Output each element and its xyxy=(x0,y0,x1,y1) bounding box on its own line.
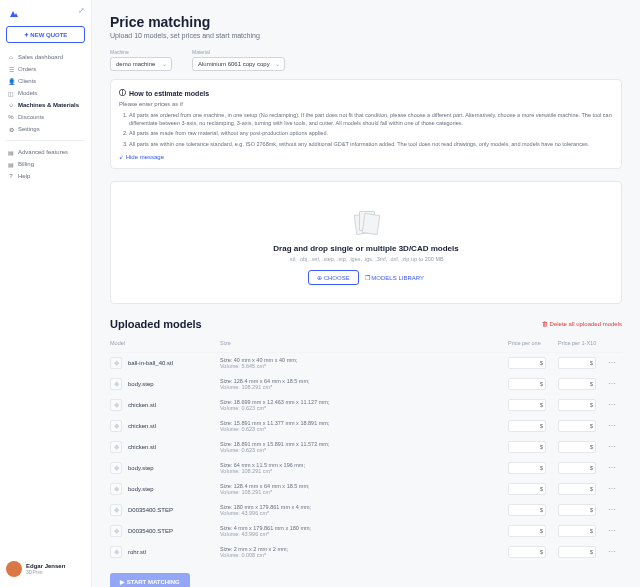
delete-all-link[interactable]: 🗑 Delete all uploaded models xyxy=(542,321,622,327)
price-ten-input[interactable] xyxy=(558,357,596,369)
rule-item: All parts are made from raw material, wi… xyxy=(129,130,613,138)
user-chip[interactable]: Edgar Jensen 3DPrint xyxy=(6,557,85,581)
row-menu-icon[interactable]: ⋯ xyxy=(608,526,616,535)
new-quote-button[interactable]: ✦ NEW QUOTE xyxy=(6,26,85,43)
price-ten-input[interactable] xyxy=(558,483,596,495)
material-select[interactable]: Aluminium 6061 copy copy xyxy=(192,57,285,71)
model-thumbnail: ◆ xyxy=(110,462,122,474)
model-thumbnail: ◆ xyxy=(110,525,122,537)
rule-item: All parts are within one tolerance stand… xyxy=(129,141,613,149)
uploaded-rows: ◆ ball-in-ball_40.stl Size: 40 mm x 40 m… xyxy=(110,353,622,563)
pages-icon xyxy=(355,210,377,236)
model-volume: Volume: 43.996 cm³ xyxy=(220,531,508,537)
choose-button[interactable]: ⊕ CHOOSE xyxy=(308,270,359,285)
sidebar-item[interactable]: ○Machines & Materials xyxy=(6,99,85,111)
row-menu-icon[interactable]: ⋯ xyxy=(608,442,616,451)
model-volume: Volume: 0.623 cm³ xyxy=(220,405,508,411)
table-row: ◆ chicken.stl Size: 18.699 mm x 12.463 m… xyxy=(110,395,622,416)
sidebar-item[interactable]: ▤Billing xyxy=(6,158,85,170)
price-one-input[interactable] xyxy=(508,378,546,390)
row-menu-icon[interactable]: ⋯ xyxy=(608,505,616,514)
nav-label: Sales dashboard xyxy=(18,54,63,60)
model-volume: Volume: 108.291 cm³ xyxy=(220,468,508,474)
hide-message-link[interactable]: ↙ Hide message xyxy=(119,153,613,160)
price-ten-input[interactable] xyxy=(558,525,596,537)
model-name: body.step xyxy=(128,486,154,492)
sidebar-item[interactable]: 👤Clients xyxy=(6,75,85,87)
model-volume: Volume: 0.008 cm³ xyxy=(220,552,508,558)
nav-icon: ▤ xyxy=(8,161,14,167)
price-one-input[interactable] xyxy=(508,462,546,474)
sidebar-item[interactable]: ⌂Sales dashboard xyxy=(6,51,85,63)
sidebar-item[interactable]: ◫Models xyxy=(6,87,85,99)
model-name: rohr.stl xyxy=(128,549,146,555)
price-ten-input[interactable] xyxy=(558,399,596,411)
col-size: Size xyxy=(220,340,508,346)
price-one-input[interactable] xyxy=(508,441,546,453)
price-ten-input[interactable] xyxy=(558,462,596,474)
row-menu-icon[interactable]: ⋯ xyxy=(608,547,616,556)
sidebar-item[interactable]: ▤Advanced features xyxy=(6,146,85,158)
model-thumbnail: ◆ xyxy=(110,378,122,390)
model-volume: Volume: 5.645 cm³ xyxy=(220,363,508,369)
sidebar: ✦ NEW QUOTE ⌂Sales dashboard☰Orders👤Clie… xyxy=(0,0,92,587)
price-one-input[interactable] xyxy=(508,525,546,537)
price-ten-input[interactable] xyxy=(558,546,596,558)
nav-label: Settings xyxy=(18,126,40,132)
nav-label: Orders xyxy=(18,66,36,72)
row-menu-icon[interactable]: ⋯ xyxy=(608,421,616,430)
sidebar-item[interactable]: ⚙Settings xyxy=(6,123,85,135)
price-one-input[interactable] xyxy=(508,399,546,411)
price-ten-input[interactable] xyxy=(558,504,596,516)
model-thumbnail: ◆ xyxy=(110,399,122,411)
nav-icon: ☰ xyxy=(8,66,14,72)
sidebar-item[interactable]: ☰Orders xyxy=(6,63,85,75)
table-row: ◆ body.step Size: 128.4 mm x 64 mm x 18.… xyxy=(110,479,622,500)
model-thumbnail: ◆ xyxy=(110,546,122,558)
nav-icon: ⚙ xyxy=(8,126,14,132)
model-volume: Volume: 108.291 cm³ xyxy=(220,489,508,495)
model-volume: Volume: 0.623 cm³ xyxy=(220,426,508,432)
price-ten-input[interactable] xyxy=(558,441,596,453)
nav-label: Help xyxy=(18,173,30,179)
nav-label: Advanced features xyxy=(18,149,68,155)
price-one-input[interactable] xyxy=(508,357,546,369)
price-one-input[interactable] xyxy=(508,504,546,516)
sidebar-toggle-icon[interactable]: ⤢ xyxy=(78,6,85,15)
row-menu-icon[interactable]: ⋯ xyxy=(608,463,616,472)
price-one-input[interactable] xyxy=(508,420,546,432)
price-ten-input[interactable] xyxy=(558,420,596,432)
models-library-button[interactable]: ❐ MODELS LIBRARY xyxy=(365,270,424,285)
row-menu-icon[interactable]: ⋯ xyxy=(608,400,616,409)
dropzone[interactable]: Drag and drop single or multiple 3D/CAD … xyxy=(110,181,622,304)
info-icon: ⓘ xyxy=(119,88,126,98)
row-menu-icon[interactable]: ⋯ xyxy=(608,484,616,493)
logo xyxy=(8,8,20,20)
row-menu-icon[interactable]: ⋯ xyxy=(608,379,616,388)
nav-label: Discounts xyxy=(18,114,44,120)
nav-primary: ⌂Sales dashboard☰Orders👤Clients◫Models○M… xyxy=(6,51,85,557)
price-one-input[interactable] xyxy=(508,546,546,558)
nav-icon: 👤 xyxy=(8,78,14,84)
uploaded-header: Uploaded models 🗑 Delete all uploaded mo… xyxy=(110,318,622,330)
col-price-one: Price per one xyxy=(508,340,558,346)
table-row: ◆ ball-in-ball_40.stl Size: 40 mm x 40 m… xyxy=(110,353,622,374)
row-menu-icon[interactable]: ⋯ xyxy=(608,358,616,367)
sidebar-item[interactable]: %Discounts xyxy=(6,111,85,123)
nav-icon: ? xyxy=(8,173,14,179)
table-header: Model Size Price per one Price per 1-X10 xyxy=(110,338,622,353)
model-volume: Volume: 43.996 cm³ xyxy=(220,510,508,516)
price-ten-input[interactable] xyxy=(558,378,596,390)
price-one-input[interactable] xyxy=(508,483,546,495)
nav-label: Models xyxy=(18,90,37,96)
model-name: chicken.stl xyxy=(128,423,156,429)
model-name: ball-in-ball_40.stl xyxy=(128,360,173,366)
rule-item: All parts are ordered from one machine, … xyxy=(129,112,613,127)
nav-icon: ⌂ xyxy=(8,54,14,60)
page-subtitle: Upload 10 models, set prices and start m… xyxy=(110,32,622,39)
nav-label: Clients xyxy=(18,78,36,84)
model-name: D0035400.STEP xyxy=(128,507,173,513)
machine-select[interactable]: demo machine xyxy=(110,57,172,71)
start-matching-button[interactable]: ▶ START MATCHING xyxy=(110,573,190,587)
sidebar-item[interactable]: ?Help xyxy=(6,170,85,182)
